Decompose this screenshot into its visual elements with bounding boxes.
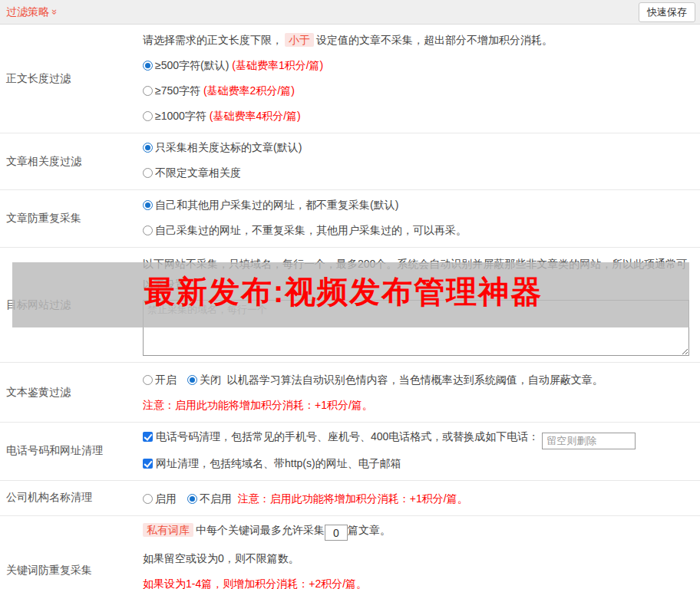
radio-company-off[interactable] [187, 494, 197, 504]
checkbox-phone-clean[interactable] [143, 432, 153, 442]
section-toggle-filter-strategy[interactable]: 过滤策略 » [6, 5, 58, 19]
option-dedup-self: 自己采集过的网址，不重复采集，其他用户采集过的，可以再采。 [143, 222, 695, 238]
double-chevron-down-icon: » [50, 9, 60, 15]
row-label: 文章相关度过滤 [0, 133, 137, 189]
radio-500-chars[interactable] [143, 61, 153, 71]
option-relevance-only: 只采集相关度达标的文章(默认) [143, 140, 695, 155]
option-750-chars: ≥750字符 (基础费率2积分/篇) [143, 83, 695, 98]
option-1000-chars: ≥1000字符 (基础费率4积分/篇) [143, 108, 695, 123]
row-content: 电话号码清理，包括常见的手机号、座机号、400电话格式，或替换成如下电话： 网址… [137, 423, 700, 480]
watermark-ad-text: 最新发布:视频发布管理神器 [144, 271, 543, 313]
row-relevance-filter: 文章相关度过滤 只采集相关度达标的文章(默认) 不限定文章相关度 [0, 133, 700, 190]
row-content: 请选择需求的正文长度下限，小于设定值的文章不采集，超出部分不增加积分消耗。 ≥5… [137, 25, 700, 133]
porn-filter-note: 注意：启用此功能将增加积分消耗：+1积分/篇。 [143, 397, 695, 413]
fee-note: (基础费率2积分/篇) [203, 84, 295, 97]
company-clean-note: 注意：启用此功能将增加积分消耗：+1积分/篇。 [238, 492, 468, 505]
radio-750-chars[interactable] [143, 86, 153, 96]
row-phone-url-clean: 电话号码和网址清理 电话号码清理，包括常见的手机号、座机号、400电话格式，或替… [0, 423, 700, 481]
url-clean-line: 网址清理，包括纯域名、带http(s)的网址、电子邮箱 [143, 456, 695, 471]
replacement-phone-input[interactable] [542, 433, 636, 449]
row-keyword-dedup: 关键词防重复采集 私有词库中每个关键词最多允许采集篇文章。 如果留空或设为0，则… [0, 516, 700, 589]
radio-1000-chars[interactable] [143, 111, 153, 121]
header-bar: 过滤策略 » 快速保存 [0, 0, 700, 25]
phone-clean-line: 电话号码清理，包括常见的手机号、座机号、400电话格式，或替换成如下电话： [143, 429, 695, 449]
porn-filter-options: 开启关闭 以机器学习算法自动识别色情内容，当色情概率达到系统阈值，自动屏蔽文章。 [143, 372, 695, 387]
radio-dedup-self[interactable] [143, 225, 153, 235]
porn-filter-desc: 以机器学习算法自动识别色情内容，当色情概率达到系统阈值，自动屏蔽文章。 [227, 373, 603, 386]
fee-note: (基础费率4积分/篇) [210, 110, 301, 122]
radio-relevance-any[interactable] [143, 168, 153, 178]
option-500-chars: ≥500字符(默认) (基础费率1积分/篇) [143, 58, 695, 73]
row-dedup-collect: 文章防重复采集 自己和其他用户采集过的网址，都不重复采集(默认) 自己采集过的网… [0, 190, 700, 248]
fee-note: (基础费率1积分/篇) [232, 59, 323, 71]
option-relevance-any: 不限定文章相关度 [143, 165, 695, 180]
row-content: 私有词库中每个关键词最多允许采集篇文章。 如果留空或设为0，则不限篇数。 如果设… [137, 516, 700, 589]
row-content-length-filter: 正文长度过滤 请选择需求的正文长度下限，小于设定值的文章不采集，超出部分不增加积… [0, 25, 700, 133]
row-label: 公司机构名称清理 [0, 481, 137, 515]
radio-porn-off[interactable] [187, 375, 197, 385]
row-content: 启用不启用 注意：启用此功能将增加积分消耗：+1积分/篇。 [137, 481, 700, 515]
row-content: 只采集相关度达标的文章(默认) 不限定文章相关度 [137, 133, 700, 189]
row-porn-filter: 文本鉴黄过滤 开启关闭 以机器学习算法自动识别色情内容，当色情概率达到系统阈值，… [0, 363, 700, 423]
row-label: 文章防重复采集 [0, 190, 137, 247]
radio-company-on[interactable] [143, 494, 153, 504]
quick-save-button[interactable]: 快速保存 [639, 2, 695, 22]
option-dedup-all: 自己和其他用户采集过的网址，都不重复采集(默认) [143, 197, 695, 212]
content-length-intro: 请选择需求的正文长度下限，小于设定值的文章不采集，超出部分不增加积分消耗。 [143, 32, 695, 48]
section-title: 过滤策略 [6, 5, 49, 19]
radio-dedup-all[interactable] [143, 200, 153, 210]
row-content: 开启关闭 以机器学习算法自动识别色情内容，当色情概率达到系统阈值，自动屏蔽文章。… [137, 363, 700, 422]
keyword-limit-line: 私有词库中每个关键词最多允许采集篇文章。 [143, 522, 695, 541]
row-content: 自己和其他用户采集过的网址，都不重复采集(默认) 自己采集过的网址，不重复采集，… [137, 190, 700, 247]
keyword-note-zero: 如果留空或设为0，则不限篇数。 [143, 551, 695, 566]
private-lexicon-badge: 私有词库 [143, 523, 193, 537]
radio-relevance-only[interactable] [143, 143, 153, 153]
company-clean-options: 启用不启用 注意：启用此功能将增加积分消耗：+1积分/篇。 [143, 491, 695, 506]
checkbox-url-clean[interactable] [143, 459, 153, 469]
keyword-note-fee: 如果设为1-4篇，则增加积分消耗：+2积分/篇。 [143, 576, 695, 589]
row-label: 关键词防重复采集 [0, 516, 137, 589]
filter-strategy-page: 过滤策略 » 快速保存 正文长度过滤 请选择需求的正文长度下限，小于设定值的文章… [0, 0, 700, 589]
radio-porn-on[interactable] [143, 375, 153, 385]
row-label: 正文长度过滤 [0, 25, 137, 133]
row-label: 电话号码和网址清理 [0, 423, 137, 480]
row-company-clean: 公司机构名称清理 启用不启用 注意：启用此功能将增加积分消耗：+1积分/篇。 [0, 481, 700, 516]
less-than-badge: 小于 [285, 33, 314, 47]
keyword-limit-input[interactable] [325, 525, 348, 541]
row-label: 文本鉴黄过滤 [0, 363, 137, 422]
